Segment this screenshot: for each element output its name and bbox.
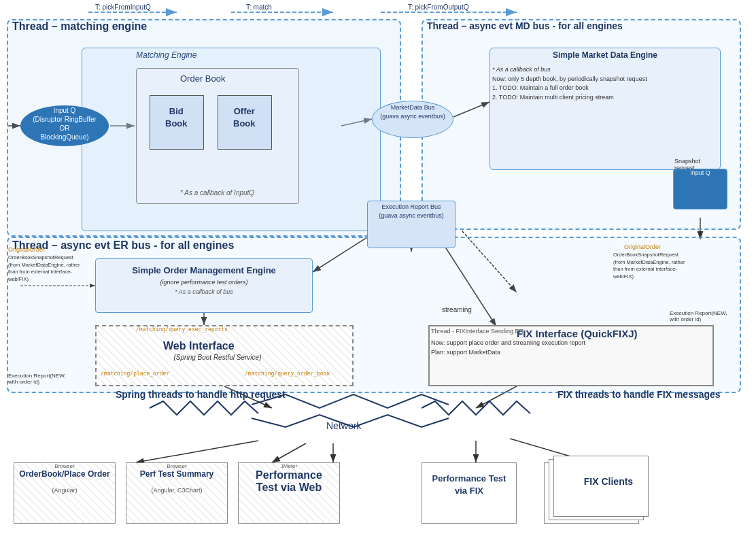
- svg-line-20: [272, 443, 306, 462]
- smde-todo2: 2. TODO: Maintain multi client pricing s…: [492, 94, 614, 101]
- bid-book-label: BidBook: [165, 105, 188, 130]
- offer-book-label: OfferBook: [233, 105, 256, 130]
- diagram: T: pickFromInputQ T: match T: pickFromOu…: [0, 0, 756, 542]
- browser-box-3: JMeter PerformanceTest via Web: [238, 462, 340, 524]
- smde-note1: * As a callback of bus: [492, 66, 551, 73]
- er-bus-label: Execution Report Bus(guava async eventbu…: [369, 203, 453, 220]
- fix-interface-label: FIX Interface (QuickFIXJ): [517, 328, 638, 339]
- thread-matching-label: Thread – matching engine: [12, 20, 147, 33]
- thread-async-er-label: Thread – async evt ER bus - for all engi…: [12, 239, 234, 252]
- smde-todo1: 1. TODO: Maintain a full order book: [492, 84, 589, 91]
- browser-label-2: Perf Test Summary: [126, 469, 227, 479]
- svg-line-19: [136, 441, 258, 462]
- browser-type-2: Browser: [126, 463, 227, 469]
- network-label: Network: [326, 420, 361, 431]
- order-snapshot-req-right: OrderBookSnapshotRequest(from MarketData…: [613, 252, 688, 280]
- browser-box-1: Browser OrderBook/Place Order (Angular): [14, 462, 116, 524]
- browser-label-3: PerformanceTest via Web: [239, 469, 339, 494]
- svg-text:T: pickFromOutputQ: T: pickFromOutputQ: [408, 3, 469, 11]
- execution-report-right: Execution Report(NEW, with order id): [670, 310, 738, 322]
- fix-thread-label: Thread - FIXInterface Sending ER: [431, 328, 523, 335]
- browser-type-1: Browser: [14, 463, 115, 469]
- marketdata-bus-label: MarketData Bus(guava async eventbus): [373, 103, 453, 120]
- svg-text:T: pickFromInputQ: T: pickFromInputQ: [95, 3, 151, 11]
- browser-type-3: JMeter: [239, 463, 339, 469]
- browser-label-1: OrderBook/Place Order: [14, 469, 115, 479]
- input-q-label: Input Q(Disruptor RingBufferORBlockingQu…: [22, 106, 107, 141]
- order-snapshot-req-left: OrderBookSnapshotRequest(from MarketData…: [8, 254, 83, 283]
- browser-box-2: Browser Perf Test Summary (Angular, C3Ch…: [126, 462, 228, 524]
- smde-content: * As a callback of bus Now: only 5 depth…: [492, 65, 718, 102]
- perf-fix-label: Performance Test via FIX: [425, 473, 513, 497]
- execution-report-left: Execution Report(NEW, with order id): [8, 373, 76, 385]
- smde-label: Simple Market Data Engine: [537, 50, 673, 60]
- url-place-order: /matching/place_order: [101, 371, 169, 377]
- thread-async-md-label: Thread – async evt MD bus - for all engi…: [427, 20, 623, 31]
- web-interface-sub: (Spring Boot Restful Service): [150, 354, 286, 361]
- original-order-right: OriginalOrder: [624, 243, 661, 250]
- matching-engine-label: Matching Engine: [136, 50, 196, 60]
- fix-note1: Now: support place order and streaming e…: [431, 339, 585, 346]
- some-label: Simple Order Management Engine: [105, 265, 303, 275]
- url-query-order-book: /matching/query_order_book: [245, 371, 330, 377]
- web-interface-label: Web Interface: [163, 340, 235, 352]
- fix-note2: Plan: support MarketData: [431, 349, 500, 356]
- url-exec-reports: /matching/query_exec_reports: [136, 326, 228, 333]
- fix-content: Now: support place order and streaming e…: [431, 339, 585, 357]
- callback-inputq-note: * As a callback of InputQ: [180, 189, 254, 197]
- snapshot-label: Input Q: [676, 169, 725, 177]
- fix-threads-label: FIX threads to handle FIX messages: [557, 389, 721, 400]
- fix-clients-label: FIX Clients: [571, 476, 646, 487]
- order-book-label: Order Book: [180, 73, 225, 84]
- browser-sub-2: (Angular, C3Chart): [126, 487, 227, 494]
- spring-threads-label: Spring threads to handle http request: [116, 389, 286, 400]
- browser-sub-1: (Angular): [14, 487, 115, 494]
- smde-note2: Now: only 5 depth book, by periodically …: [492, 75, 647, 82]
- svg-text:T: match: T: match: [246, 3, 272, 11]
- some-callback: * As a callback of bus: [105, 288, 303, 295]
- original-order-left: OriginalOrder: [8, 246, 45, 253]
- streaming-label: streaming: [442, 306, 472, 314]
- some-ignore: (ignore performance test orders): [105, 279, 303, 286]
